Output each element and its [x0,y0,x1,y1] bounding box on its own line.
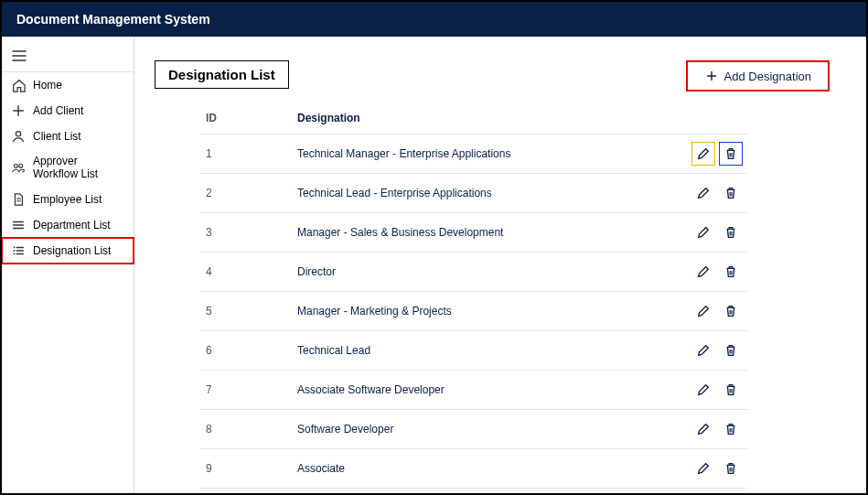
edit-button[interactable] [692,339,714,361]
sidebar-item-employee-list[interactable]: Employee List [2,187,134,212]
table-row: 7Associate Software Developer [200,371,747,410]
cell-designation: Manager - Marketing & Projects [292,292,680,331]
delete-button[interactable] [720,339,742,361]
cell-id: 1 [200,135,292,174]
trash-icon [723,343,738,358]
menu-icon [11,48,27,64]
designation-table: ID Designation 1Technical Manager - Ente… [200,104,747,493]
doc-icon [11,192,26,207]
edit-button[interactable] [692,143,714,165]
delete-button[interactable] [720,182,742,204]
trash-icon [723,186,738,200]
pencil-icon [696,461,711,476]
plus-icon [11,103,26,118]
trash-icon [723,382,738,397]
edit-button[interactable] [692,418,714,440]
edit-button[interactable] [692,379,714,401]
table-row: 2Technical Lead - Enterprise Application… [200,174,747,213]
delete-button[interactable] [720,300,742,322]
cell-designation: Associate [292,449,680,489]
col-header-id: ID [200,104,292,135]
home-icon [11,78,26,92]
trash-icon [723,422,738,436]
cell-id: 2 [200,174,292,213]
sidebar-item-add-client[interactable]: Add Client [2,98,134,124]
delete-button[interactable] [720,221,742,243]
trash-icon [723,461,738,476]
table-row: 8Software Developer [200,410,747,449]
menu-toggle[interactable] [2,42,134,72]
sidebar-item-label: Home [33,79,62,91]
sidebar-item-label: Add Client [33,104,83,117]
cell-id: 4 [200,253,292,292]
cell-designation: Director [292,253,680,292]
add-designation-button[interactable]: Add Designation [686,60,830,91]
add-designation-label: Add Designation [724,70,811,83]
table-scroll[interactable]: ID Designation 1Technical Manager - Ente… [200,104,747,493]
cell-designation: Manager - Sales & Business Development [292,213,680,253]
edit-button[interactable] [692,300,714,322]
content: Designation List Add Designation ID Desi… [134,37,866,493]
delete-button[interactable] [720,261,742,283]
list-bullet-icon [11,243,26,258]
cell-id: 7 [200,371,292,410]
pencil-icon [696,304,711,318]
sidebar-item-designation-list[interactable]: Designation List [2,238,134,264]
edit-button[interactable] [692,457,714,479]
delete-button[interactable] [720,143,742,165]
delete-button[interactable] [720,457,742,479]
table-row: 1Technical Manager - Enterprise Applicat… [200,135,747,174]
top-bar: Document Management System [2,2,866,37]
content-header: Designation List Add Designation [155,60,830,91]
sidebar-item-label: Employee List [33,193,102,206]
shell: HomeAdd ClientClient ListApprover Workfl… [2,37,866,493]
cell-id: 3 [200,213,292,253]
sidebar-item-approver-workflow-list[interactable]: Approver Workflow List [2,149,134,187]
trash-icon [723,264,738,279]
table-row: 3Manager - Sales & Business Development [200,213,747,253]
list-lines-icon [11,218,26,232]
cell-designation: Technical Lead [292,331,680,371]
sidebar: HomeAdd ClientClient ListApprover Workfl… [2,37,134,493]
trash-icon [723,225,738,240]
sidebar-item-label: Designation List [33,244,111,257]
delete-button[interactable] [720,418,742,440]
table-row: 6Technical Lead [200,331,747,371]
table-row: 9Associate [200,449,747,489]
cell-designation: Technical Manager - Enterprise Applicati… [292,135,680,174]
cell-designation: Software Developer [292,410,680,449]
cell-designation: Associate Software Developer [292,371,680,410]
page-title: Designation List [155,60,289,89]
sidebar-item-department-list[interactable]: Department List [2,212,134,238]
cell-designation: Principal Consultant [292,489,680,494]
pencil-icon [696,382,711,397]
sidebar-item-home[interactable]: Home [2,72,134,98]
plus-icon [704,69,719,83]
cell-id: 8 [200,410,292,449]
col-header-designation: Designation [292,104,680,135]
sidebar-item-client-list[interactable]: Client List [2,124,134,149]
pencil-icon [696,146,711,161]
person-icon [11,129,26,144]
table-row: 5Manager - Marketing & Projects [200,292,747,331]
cell-id: 6 [200,331,292,371]
edit-button[interactable] [692,182,714,204]
table-row: 4Director [200,253,747,292]
cell-id: 10 [200,489,292,494]
pencil-icon [696,186,711,200]
sidebar-item-label: Approver Workflow List [33,155,124,181]
sidebar-item-label: Client List [33,130,81,143]
edit-button[interactable] [692,221,714,243]
table-row: 10Principal Consultant [200,489,747,494]
delete-button[interactable] [720,379,742,401]
app-title: Document Management System [16,12,210,27]
people-icon [11,160,26,175]
sidebar-item-label: Department List [33,219,111,231]
cell-designation: Technical Lead - Enterprise Applications [292,174,680,213]
pencil-icon [696,343,711,358]
cell-id: 9 [200,449,292,489]
trash-icon [723,304,738,318]
trash-icon [723,146,738,161]
pencil-icon [696,264,711,279]
edit-button[interactable] [692,261,714,283]
